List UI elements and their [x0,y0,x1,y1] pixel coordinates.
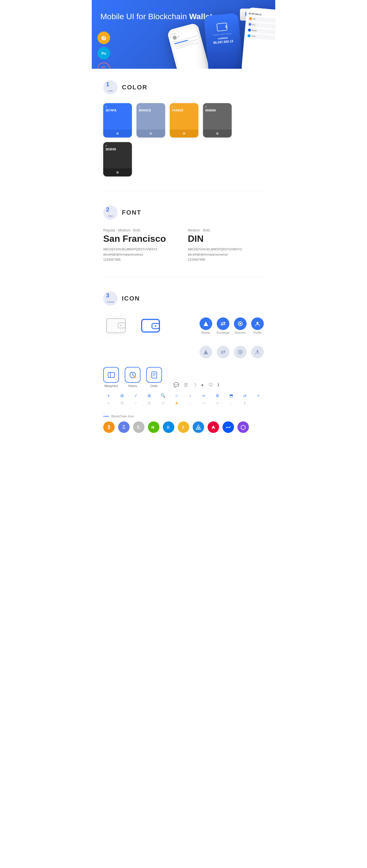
icon-section: 3 THREE ICON [92,280,275,444]
svg-point-20 [120,325,121,326]
hero-badges: Ps 60+Screens [97,32,110,69]
phone-right: + $6.297.502.12 BTC 738 ETH 12-298 [241,7,275,69]
nav-icon-assets-gray [200,346,212,359]
nav-icon-profile-gray [251,346,264,359]
chat-icon: 🗨 [208,382,213,388]
din-style-label: Medium · Bold [188,228,264,232]
grid-edit-icon-gray: ⊞ [117,401,128,406]
moon-icon: ☽ [192,382,196,388]
layers-icon: ☰ [184,382,188,388]
ark-icon [207,422,219,433]
comment-icon: 💬 [173,382,179,388]
dash-icon: D [163,422,174,433]
svg-rect-32 [108,372,114,378]
misc-icons-right: 💬 ☰ ☽ ● 🗨 ℹ [173,382,219,388]
section-num-1: 1 ONE [103,80,117,95]
blockchain-line [103,416,109,416]
svg-rect-21 [142,319,160,332]
nav-icon-exchange: Exchange [217,317,229,334]
history-icon [125,367,140,383]
discover-icon-gray [234,346,247,359]
svg-rect-33 [108,372,110,378]
discover-icon-blue [234,317,247,330]
swatch-dark: # 303030 [103,142,132,177]
svg-rect-36 [152,372,157,378]
sf-style-label: Regular · Medium · Bold [103,228,179,232]
plus-icon-gray: + [103,401,114,406]
gear-icon: ⚙ [212,393,223,399]
svg-point-27 [257,322,259,324]
order-icon-item: Order [146,367,162,388]
svg-point-26 [239,323,241,324]
color-section: 1 ONE COLOR # 3574FA # 8DA0C8 # F5A623 [92,69,275,188]
svg-rect-19 [118,323,125,328]
utility-icons-blue: + ⊞ ✓ ⊞ 🔍 ☆ ‹ ⇐ ⚙ ⬒ ⇄ × [103,393,264,399]
assets-icon-blue [200,317,212,330]
star-icon: ☆ [171,393,182,399]
arrow-right-icon: → [226,401,237,406]
history-icon-item: History [125,367,140,388]
check-icon: ✓ [131,393,141,399]
svg-text:D: D [167,425,169,429]
svg-text:Z: Z [182,425,185,429]
color-title: COLOR [122,84,147,91]
zcash-icon: Z [178,422,189,433]
nav-icon-discover: Discover [234,317,247,334]
nav-icon-profile: Profile [251,317,264,334]
assets-icon-gray [200,346,212,359]
sf-uppercase: ABCDEFGHIJKLMNOPQRSTUVWXYZ [103,247,179,252]
search-icon: 🔍 [158,393,169,399]
exchange-icon-gray [217,346,229,359]
chevron-left-icon: ‹ [185,393,196,399]
info-icon-gray: ℹ [239,401,250,406]
swatch-blue: # 3574FA [103,103,132,137]
svg-marker-46 [241,425,245,430]
hero-section: Mobile UI for Blockchain Wallet UI Kit P… [92,0,275,69]
order-icon [146,367,162,383]
svg-point-31 [257,350,259,352]
phone-middle: + Character may be mastertext... myWalle… [204,13,244,69]
management-icon-item: Mangment [103,367,119,388]
cross-icon: ✕ [212,401,223,406]
sf-numbers: 1234567890 [103,257,179,262]
star-icon-gray: ★ [171,401,182,406]
icon-grid-construction [103,314,129,337]
font-title: FONT [122,209,141,216]
nav-icon-assets: Assets [200,317,212,334]
polygon-icon [237,422,249,433]
color-section-header: 1 ONE COLOR [103,80,264,95]
upload-icon: ⬒ [226,393,237,399]
svg-marker-24 [204,321,208,326]
nav-icon-exchange-gray [217,346,229,359]
nav-icons-gray [103,346,264,359]
svg-marker-28 [204,350,208,354]
neo-icon: N [148,422,160,433]
din-lowercase: abcdefghijklmnopqrstuvwxyz [188,252,264,257]
eth-icon: Ξ [118,422,130,433]
qr-icon: ⊞ [144,393,155,399]
transfer-icon: ⇄ [239,393,250,399]
chevron-left-icon-gray: ‹ [185,401,196,406]
icon-title: ICON [122,295,140,302]
section-num-2: 2 TWO [103,206,117,220]
utility-icons-gray: + ⊞ ✓ ⊞ ↺ ★ ‹ ⇒ ✕ → ℹ [103,401,264,406]
sf-name: San Francisco [103,234,179,244]
wallet-icon-blue [138,314,163,337]
ps-badge: Ps [97,47,110,60]
close-icon-blue: × [253,393,264,399]
blockchain-label-row: BlockChain Icon [103,414,264,418]
nav-icon-discover-gray [234,346,247,359]
svg-text:N: N [151,425,154,430]
management-icon [103,367,119,383]
plus-icon: + [103,393,114,399]
circle-icon: ● [201,382,204,388]
grid-edit-icon: ⊞ [117,393,128,399]
din-uppercase: ABCDEFGHIJKLMNOPQRSTUVWXYZ [188,247,264,252]
svg-point-23 [155,326,157,327]
profile-icon-gray [251,346,264,359]
qtum-icon [193,422,204,433]
blockchain-label: BlockChain Icon [111,414,134,418]
icon-section-header: 3 THREE ICON [103,291,264,306]
info-icon: ℹ [218,382,219,388]
swatch-gray: # 666666 [203,103,232,137]
